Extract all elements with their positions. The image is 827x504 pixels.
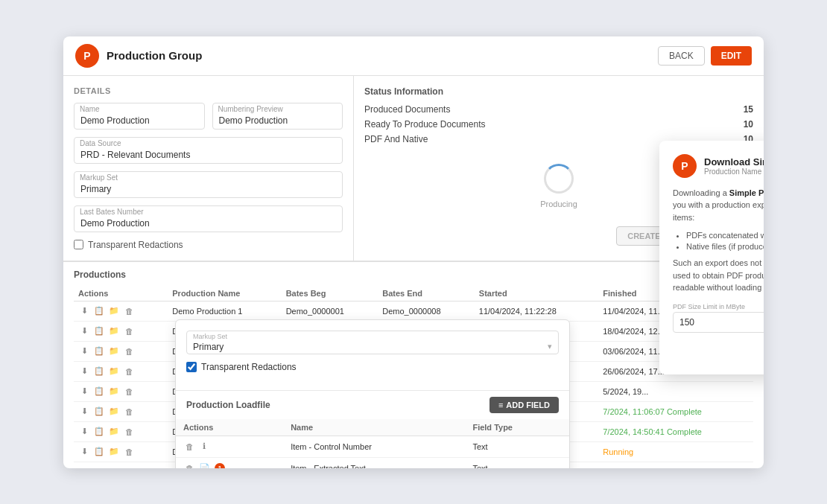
copy-icon-3[interactable]: 📋: [93, 366, 105, 377]
download-icon-4[interactable]: ⬇: [78, 386, 90, 398]
trash-icon-7[interactable]: 🗑: [123, 446, 135, 458]
export-icon: P: [673, 154, 697, 178]
form-group-markup: Markup Set: [74, 171, 343, 198]
action-icons-1: ⬇ 📋 📁 🗑: [78, 325, 163, 337]
copy-icon-4[interactable]: 📋: [93, 386, 105, 398]
delete-icon[interactable]: 🗑: [183, 441, 195, 453]
loadfile-row-2: 🗑 📄 1 Item - Extracted Text Text: [176, 457, 569, 468]
row-started-0: 11/04/2024, 11:22:28: [475, 301, 598, 321]
transparent-redactions-checkbox-popup[interactable]: [186, 362, 197, 372]
main-card: P Production Group BACK EDIT Details Nam…: [63, 36, 764, 468]
produced-docs-value: 15: [744, 104, 753, 115]
action-icons-6: ⬇ 📋 📁 🗑: [78, 426, 163, 438]
inline-popup: Markup Set Primary ▾ Transparent Redacti…: [175, 319, 570, 468]
form-row-name-numbering: Name Numbering Preview: [74, 103, 343, 137]
pdf-native-label: PDF And Native: [364, 134, 428, 144]
folder-icon-6[interactable]: 📁: [108, 426, 120, 438]
lastbates-label: Last Bates Number: [80, 208, 144, 216]
page-title: Production Group: [107, 49, 202, 62]
pdf-limit-label: PDF Size Limit in MByte: [673, 303, 764, 310]
download-icon-0[interactable]: ⬇: [78, 305, 90, 317]
download-icon-3[interactable]: ⬇: [78, 366, 90, 377]
folder-icon-1[interactable]: 📁: [108, 325, 120, 337]
back-button[interactable]: BACK: [658, 46, 705, 66]
trash-icon-5[interactable]: 🗑: [123, 406, 135, 418]
add-field-button[interactable]: ≡ ADD FIELD: [489, 397, 559, 413]
trash-icon-0[interactable]: 🗑: [123, 305, 135, 317]
download-icon-1[interactable]: ⬇: [78, 325, 90, 337]
transparent-redactions-label: Transparent Redactions: [88, 240, 183, 250]
folder-icon-7[interactable]: 📁: [108, 446, 120, 458]
trash-icon-2[interactable]: 🗑: [123, 345, 135, 357]
loadfile-header: Production Loadfile ≡ ADD FIELD: [176, 390, 569, 419]
status-produced-docs: Produced Documents 15: [364, 104, 753, 115]
download-icon-7[interactable]: ⬇: [78, 446, 90, 458]
header-left: P Production Group: [75, 44, 202, 68]
folder-icon-2[interactable]: 📁: [108, 345, 120, 357]
copy-icon-7[interactable]: 📋: [93, 446, 105, 458]
copy-icon-6[interactable]: 📋: [93, 426, 105, 438]
col-bates-beg: Bates Beg: [282, 286, 378, 302]
spinner-label: Producing: [540, 200, 577, 208]
row-finished-5: 7/2024, 11:06:07 Complete: [598, 401, 753, 421]
copy-icon-2[interactable]: 📋: [93, 345, 105, 357]
lf-row1-actions: 🗑 ℹ: [176, 436, 283, 457]
status-ready-docs: Ready To Produce Documents 10: [364, 119, 753, 130]
lf-col-actions: Actions: [176, 419, 283, 436]
produced-docs-label: Produced Documents: [364, 104, 450, 115]
download-icon-5[interactable]: ⬇: [78, 406, 90, 418]
loadfile-title: Production Loadfile: [186, 400, 270, 410]
loading-spinner: [544, 164, 574, 194]
ready-docs-label: Ready To Produce Documents: [364, 119, 486, 130]
trash-icon-6[interactable]: 🗑: [123, 426, 135, 438]
badge-num: 1: [215, 463, 225, 468]
top-body: Details Name Numbering Preview Data Sour…: [63, 76, 764, 261]
folder-icon-0[interactable]: 📁: [108, 305, 120, 317]
folder-icon-4[interactable]: 📁: [108, 386, 120, 398]
row-finished-7: Running: [598, 441, 753, 462]
row-bates-beg-0: Demo_0000001: [282, 301, 378, 321]
row-actions-0: ⬇ 📋 📁 🗑: [74, 301, 168, 321]
numbering-label: Numbering Preview: [218, 105, 283, 113]
row-finished-4: 5/2024, 19...: [598, 381, 753, 401]
info-icon: ℹ: [198, 441, 210, 453]
inline-popup-inner: Markup Set Primary ▾ Transparent Redacti…: [176, 320, 569, 390]
export-list: PDFs concatenated with a size limit (spe…: [673, 231, 764, 251]
download-icon-2[interactable]: ⬇: [78, 345, 90, 357]
export-title-group: Download Simple Production Export Produc…: [704, 156, 764, 176]
trash-icon-3[interactable]: 🗑: [123, 366, 135, 377]
copy-icon-1[interactable]: 📋: [93, 325, 105, 337]
row-actions-3: ⬇ 📋 📁 🗑: [74, 361, 168, 381]
action-icons-3: ⬇ 📋 📁 🗑: [78, 366, 163, 377]
export-dialog-header: P Download Simple Production Export Prod…: [673, 154, 764, 178]
folder-icon-5[interactable]: 📁: [108, 406, 120, 418]
download-icon-6[interactable]: ⬇: [78, 426, 90, 438]
export-actions: CANCEL CONFIRM: [673, 343, 764, 361]
lf-action-icons-2: 🗑 📄 1: [183, 462, 276, 468]
row-actions-6: ⬇ 📋 📁 🗑: [74, 421, 168, 441]
row-actions-1: ⬇ 📋 📁 🗑: [74, 321, 168, 341]
lf-row2-fieldtype: Text: [465, 457, 569, 468]
pdf-limit-input[interactable]: [673, 312, 764, 333]
col-started: Started: [475, 286, 598, 302]
folder-icon-3[interactable]: 📁: [108, 366, 120, 377]
form-group-name: Name: [74, 103, 205, 130]
copy-icon-5[interactable]: 📋: [93, 406, 105, 418]
form-group-numbering: Numbering Preview: [212, 103, 343, 130]
row-name-0: Demo Production 1: [168, 301, 281, 321]
delete-icon-2[interactable]: 🗑: [183, 462, 195, 468]
action-icons-5: ⬇ 📋 📁 🗑: [78, 406, 163, 418]
export-note: Such an export does not contain metadata…: [673, 257, 764, 294]
edit-button[interactable]: EDIT: [711, 46, 752, 66]
trash-icon-4[interactable]: 🗑: [123, 386, 135, 398]
productions-table-header: Actions Production Name Bates Beg Bates …: [74, 286, 753, 302]
trash-icon-1[interactable]: 🗑: [123, 325, 135, 337]
col-actions: Actions: [74, 286, 168, 302]
form-group-datasource: Data Source: [74, 137, 343, 164]
copy-icon-0[interactable]: 📋: [93, 305, 105, 317]
export-list-item-2: Native files (if produced and if request…: [686, 242, 764, 251]
col-bates-end: Bates End: [378, 286, 475, 302]
details-label: Details: [74, 86, 343, 95]
transparent-redactions-checkbox[interactable]: [74, 240, 83, 249]
production-row-0: ⬇ 📋 📁 🗑 Demo Production 1Demo_0000001Dem…: [74, 301, 753, 321]
